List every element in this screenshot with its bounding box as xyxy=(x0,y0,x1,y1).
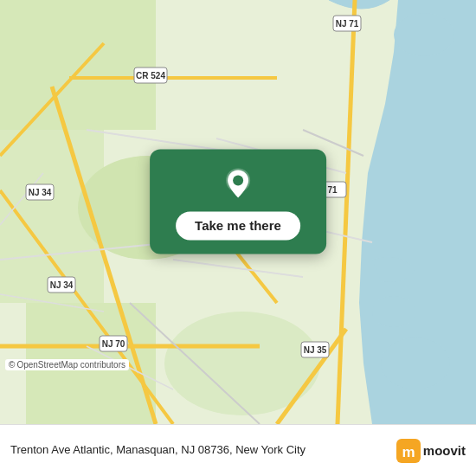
map-container: NJ 71 71 NJ 35 NJ 34 NJ 34 NJ 32 NJ 70 C… xyxy=(0,0,476,424)
svg-point-45 xyxy=(233,175,243,185)
svg-text:NJ 71: NJ 71 xyxy=(336,19,359,29)
bottom-bar: Trenton Ave Atlantic, Manasquan, NJ 0873… xyxy=(0,424,476,476)
svg-text:NJ 35: NJ 35 xyxy=(304,345,327,355)
location-pin-icon xyxy=(219,164,257,203)
osm-symbol: © xyxy=(9,360,15,370)
svg-point-3 xyxy=(372,296,415,327)
moovit-logo: m moovit xyxy=(396,439,466,463)
address-text: Trenton Ave Atlantic, Manasquan, NJ 0873… xyxy=(10,443,388,458)
moovit-icon: m xyxy=(396,439,421,463)
svg-text:NJ 34: NJ 34 xyxy=(29,188,52,197)
svg-text:m: m xyxy=(402,444,415,460)
moovit-wordmark: moovit xyxy=(423,443,466,458)
attribution-bar: © OpenStreetMap contributors xyxy=(0,357,476,372)
svg-text:71: 71 xyxy=(327,185,338,195)
take-me-there-button[interactable]: Take me there xyxy=(176,211,300,240)
osm-text: OpenStreetMap contributors xyxy=(16,360,125,370)
svg-text:NJ 70: NJ 70 xyxy=(102,339,125,349)
svg-text:CR 524: CR 524 xyxy=(136,71,165,80)
svg-text:NJ 34: NJ 34 xyxy=(50,280,74,290)
svg-rect-5 xyxy=(0,0,156,130)
svg-point-4 xyxy=(394,13,454,56)
osm-logo: © OpenStreetMap contributors xyxy=(5,359,129,370)
location-card: Take me there xyxy=(150,149,326,254)
